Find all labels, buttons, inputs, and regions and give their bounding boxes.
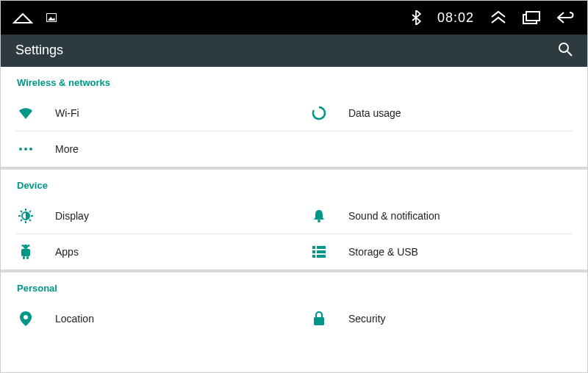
svg-line-12 xyxy=(29,220,31,221)
bell-icon xyxy=(310,207,328,225)
svg-line-11 xyxy=(21,211,22,212)
svg-rect-21 xyxy=(26,256,29,259)
svg-rect-3 xyxy=(526,12,539,21)
svg-rect-25 xyxy=(317,250,326,253)
svg-line-14 xyxy=(21,220,22,221)
item-display[interactable]: Display xyxy=(1,198,294,233)
item-label: Data usage xyxy=(348,107,401,119)
lock-icon xyxy=(310,310,328,327)
svg-marker-1 xyxy=(48,17,55,21)
section-header-device: Device xyxy=(1,170,587,198)
item-location[interactable]: Location xyxy=(1,301,294,336)
svg-rect-19 xyxy=(21,249,30,256)
bluetooth-icon xyxy=(411,10,421,25)
apps-icon xyxy=(17,243,35,261)
svg-point-4 xyxy=(559,43,568,52)
home-icon[interactable] xyxy=(12,11,33,24)
storage-icon xyxy=(310,243,328,261)
svg-rect-26 xyxy=(312,255,315,258)
location-icon xyxy=(17,310,35,327)
search-icon[interactable] xyxy=(558,42,573,59)
svg-line-5 xyxy=(567,51,572,56)
item-storage[interactable]: Storage & USB xyxy=(294,234,587,269)
svg-rect-20 xyxy=(23,256,25,259)
item-label: Storage & USB xyxy=(348,246,418,258)
section-header-personal: Personal xyxy=(1,272,587,301)
svg-line-13 xyxy=(29,211,31,212)
picture-icon xyxy=(46,13,57,22)
item-security[interactable]: Security xyxy=(294,301,587,336)
recent-apps-icon[interactable] xyxy=(523,11,540,24)
svg-rect-24 xyxy=(312,250,315,253)
item-sound[interactable]: Sound & notification xyxy=(294,198,587,233)
svg-point-16 xyxy=(24,245,28,249)
item-label: Location xyxy=(55,313,94,325)
svg-rect-22 xyxy=(312,246,315,249)
settings-titlebar: Settings xyxy=(1,35,587,67)
page-title: Settings xyxy=(15,43,63,58)
svg-point-18 xyxy=(28,245,30,247)
item-label: Sound & notification xyxy=(348,210,440,222)
status-bar: 08:02 xyxy=(1,1,587,35)
item-wifi[interactable]: Wi-Fi xyxy=(1,95,294,131)
wifi-icon xyxy=(17,104,35,122)
svg-point-15 xyxy=(318,220,320,222)
svg-rect-23 xyxy=(317,246,326,249)
item-label: Security xyxy=(348,313,386,325)
clock-time: 08:02 xyxy=(437,10,474,26)
svg-point-28 xyxy=(24,315,28,319)
item-label: Wi-Fi xyxy=(55,107,79,119)
item-more[interactable]: More xyxy=(1,131,294,167)
item-data-usage[interactable]: Data usage xyxy=(294,95,587,131)
more-icon xyxy=(17,140,35,158)
svg-point-17 xyxy=(22,245,24,247)
svg-rect-29 xyxy=(314,317,324,325)
display-icon xyxy=(17,207,35,225)
item-label: Display xyxy=(55,210,89,222)
settings-content: Wireless & networks Wi-Fi Data usage Mor… xyxy=(1,67,587,336)
section-header-wireless: Wireless & networks xyxy=(1,67,587,95)
item-label: Apps xyxy=(55,246,79,258)
back-icon[interactable] xyxy=(556,11,576,24)
item-apps[interactable]: Apps xyxy=(1,234,294,269)
svg-rect-27 xyxy=(317,255,326,258)
item-label: More xyxy=(55,143,79,155)
data-usage-icon xyxy=(310,104,328,122)
expand-up-icon[interactable] xyxy=(490,11,506,24)
